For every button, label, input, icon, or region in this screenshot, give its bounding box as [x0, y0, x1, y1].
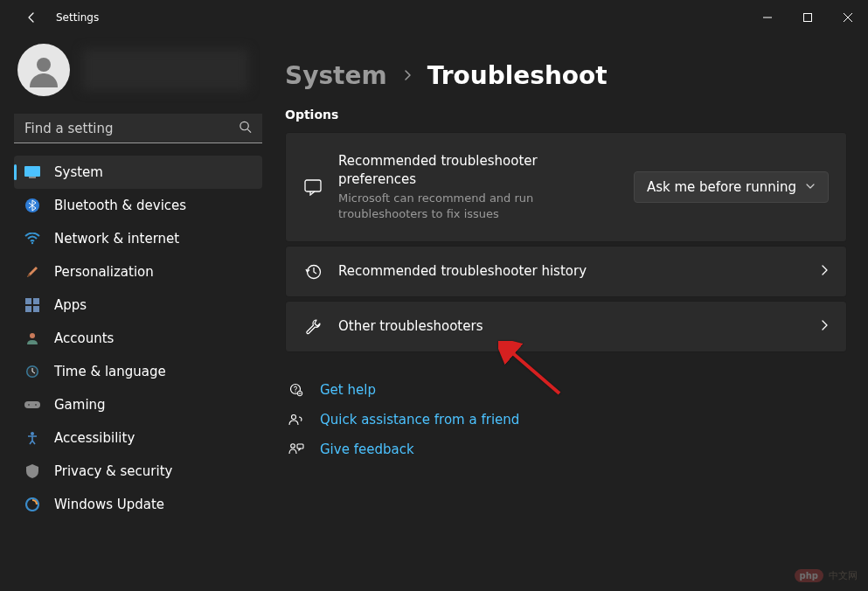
sidebar-item-label: Time & language: [54, 364, 166, 379]
chevron-down-icon: [805, 179, 816, 195]
page-title: Troubleshoot: [427, 61, 608, 90]
chat-icon: [303, 178, 323, 196]
link-text: Give feedback: [320, 442, 414, 457]
back-button[interactable]: [14, 0, 49, 35]
section-label: Options: [285, 108, 847, 122]
bluetooth-icon: [24, 198, 40, 213]
sidebar-item-accessibility[interactable]: Accessibility: [14, 421, 262, 455]
chevron-right-icon: [820, 318, 829, 335]
svg-point-13: [30, 333, 35, 338]
apps-icon: [24, 297, 40, 313]
svg-point-2: [37, 58, 51, 72]
sidebar-item-label: System: [54, 164, 103, 180]
close-button[interactable]: [828, 0, 868, 35]
wrench-icon: [303, 318, 323, 336]
sidebar-item-label: Network & internet: [54, 231, 179, 247]
svg-rect-21: [305, 180, 321, 191]
minimize-button[interactable]: [747, 0, 788, 35]
avatar: [17, 44, 70, 96]
history-icon: [303, 263, 323, 281]
svg-rect-5: [24, 166, 40, 177]
sidebar-item-label: Gaming: [54, 397, 106, 413]
chevron-right-icon: [403, 68, 412, 85]
svg-rect-10: [33, 298, 39, 304]
card-title: Other troubleshooters: [338, 317, 804, 336]
sidebar-item-label: Privacy & security: [54, 463, 172, 479]
help-link-get-help[interactable]: Get help: [285, 375, 847, 405]
accounts-icon: [24, 330, 40, 346]
dropdown-value: Ask me before running: [647, 179, 796, 195]
search-box: [14, 114, 262, 143]
svg-rect-11: [25, 306, 31, 312]
search-input[interactable]: [14, 114, 262, 143]
svg-point-8: [31, 242, 33, 244]
svg-point-26: [292, 415, 296, 420]
link-text: Quick assistance from a friend: [320, 412, 519, 428]
svg-rect-1: [804, 14, 812, 22]
sidebar-item-label: Apps: [54, 297, 87, 313]
profile-section[interactable]: [14, 35, 262, 114]
svg-point-24: [295, 392, 295, 393]
profile-name-redacted: [82, 49, 248, 91]
preferences-dropdown[interactable]: Ask me before running: [634, 171, 829, 203]
sidebar-item-label: Windows Update: [54, 497, 164, 512]
card-other-troubleshooters[interactable]: Other troubleshooters: [285, 301, 847, 352]
card-recommended-preferences[interactable]: Recommended troubleshooter preferences M…: [285, 132, 847, 242]
sidebar-item-time-language[interactable]: Time & language: [14, 355, 262, 388]
sidebar-item-gaming[interactable]: Gaming: [14, 388, 262, 421]
accessibility-icon: [24, 430, 40, 446]
main-content: System Troubleshoot Options Recommended …: [271, 35, 868, 591]
card-subtitle: Microsoft can recommend and run troubles…: [338, 191, 618, 222]
sidebar: System Bluetooth & devices Network & int…: [0, 35, 271, 591]
svg-point-3: [240, 122, 248, 129]
svg-rect-6: [29, 177, 36, 178]
sidebar-item-label: Bluetooth & devices: [54, 198, 186, 213]
sidebar-item-system[interactable]: System: [14, 156, 262, 189]
help-links: Get help Quick assistance from a friend …: [285, 375, 847, 464]
svg-rect-28: [297, 444, 303, 448]
sidebar-item-accounts[interactable]: Accounts: [14, 322, 262, 355]
window-title: Settings: [56, 11, 99, 24]
clock-icon: [24, 364, 40, 379]
chevron-right-icon: [820, 263, 829, 280]
paintbrush-icon: [24, 264, 40, 280]
update-icon: [24, 497, 40, 512]
search-icon: [239, 121, 252, 137]
card-title: Recommended troubleshooter preferences: [338, 152, 618, 189]
svg-rect-16: [24, 401, 40, 408]
title-bar: Settings: [0, 0, 868, 35]
gaming-icon: [24, 397, 40, 413]
shield-icon: [24, 463, 40, 479]
svg-point-18: [35, 404, 37, 406]
svg-point-17: [28, 404, 30, 406]
sidebar-item-label: Accessibility: [54, 430, 135, 446]
system-icon: [24, 164, 40, 180]
card-title: Recommended troubleshooter history: [338, 262, 804, 281]
breadcrumb: System Troubleshoot: [285, 61, 847, 90]
card-troubleshooter-history[interactable]: Recommended troubleshooter history: [285, 246, 847, 297]
svg-point-19: [31, 432, 34, 435]
watermark-logo: php: [795, 569, 823, 582]
quick-assist-icon: [288, 414, 304, 426]
svg-line-4: [247, 129, 251, 133]
svg-point-27: [291, 444, 295, 448]
maximize-button[interactable]: [788, 0, 828, 35]
wifi-icon: [24, 231, 40, 247]
breadcrumb-parent[interactable]: System: [285, 61, 387, 90]
help-link-feedback[interactable]: Give feedback: [285, 435, 847, 464]
sidebar-item-privacy[interactable]: Privacy & security: [14, 455, 262, 488]
sidebar-item-label: Personalization: [54, 264, 154, 280]
feedback-icon: [288, 442, 304, 456]
help-link-quick-assist[interactable]: Quick assistance from a friend: [285, 405, 847, 435]
sidebar-item-apps[interactable]: Apps: [14, 289, 262, 322]
link-text: Get help: [320, 382, 376, 398]
sidebar-item-network[interactable]: Network & internet: [14, 222, 262, 255]
sidebar-item-windows-update[interactable]: Windows Update: [14, 488, 262, 521]
sidebar-item-personalization[interactable]: Personalization: [14, 255, 262, 289]
watermark: php 中文网: [795, 569, 858, 582]
svg-rect-9: [25, 298, 31, 304]
svg-rect-12: [33, 306, 39, 312]
sidebar-item-label: Accounts: [54, 330, 114, 346]
watermark-text: 中文网: [829, 569, 858, 582]
sidebar-item-bluetooth[interactable]: Bluetooth & devices: [14, 189, 262, 222]
